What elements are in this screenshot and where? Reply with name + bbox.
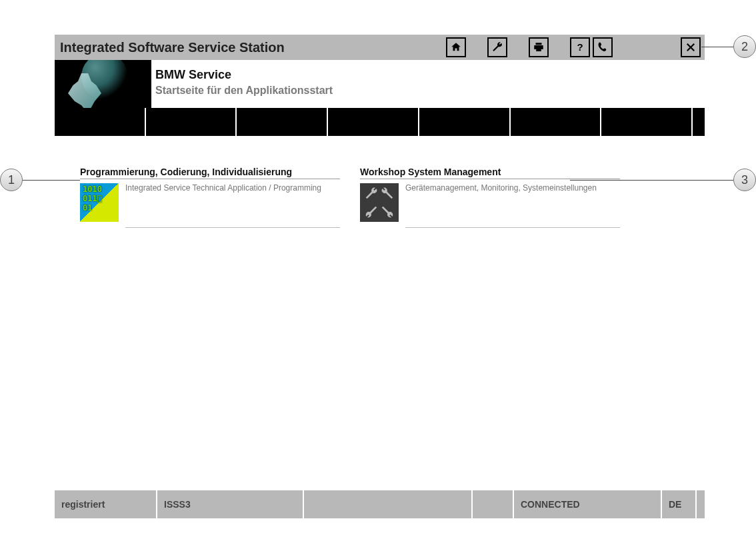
tab-cell[interactable] [419,108,509,136]
sub-header: BMW Service Startseite für den Applikati… [55,60,705,108]
close-button[interactable] [681,37,701,57]
print-button[interactable] [529,37,549,57]
brand-logo [55,60,151,108]
app-title: Integrated Software Service Station [60,40,446,55]
app-window: Integrated Software Service Station ? [55,35,705,228]
tab-row [55,108,705,136]
status-lang: DE [662,490,695,518]
tab-cell[interactable] [237,108,327,136]
phone-button[interactable] [593,37,613,57]
wrench-icon [491,41,503,53]
tile-title: Programmierung, Codierung, Individualisi… [80,167,340,179]
toolbar: ? [446,37,701,57]
svg-text:?: ? [577,41,583,53]
tab-cell[interactable] [328,108,418,136]
tab-cell[interactable] [146,108,236,136]
divider [405,227,620,228]
callout-line [23,180,80,181]
callout-circle: 2 [733,35,756,58]
home-icon [450,41,462,53]
printer-icon [533,41,545,53]
help-icon: ? [574,41,586,53]
status-registration: registriert [55,490,156,518]
status-empty [473,490,513,518]
close-icon [685,41,697,53]
binary-code-icon [80,183,119,222]
callout-circle: 1 [0,169,23,191]
tab-cell[interactable] [601,108,691,136]
service-subtitle: Startseite für den Applikationsstart [155,85,333,97]
status-empty [697,490,705,518]
tile-programming[interactable]: Programmierung, Codierung, Individualisi… [80,167,340,228]
phone-icon [597,41,609,53]
callout-3: 3 [570,169,756,191]
tab-cell[interactable] [511,108,601,136]
callout-1: 1 [0,169,80,191]
divider [125,227,340,228]
callout-2: 2 [701,35,756,58]
help-button[interactable]: ? [570,37,590,57]
tab-cell[interactable] [55,108,145,136]
status-empty [304,490,471,518]
tools-button[interactable] [487,37,507,57]
tile-desc: Integrated Service Technical Application… [125,183,340,194]
callout-line [701,47,733,47]
callout-line [570,180,733,181]
status-bar: registriert ISSS3 CONNECTED DE [55,490,705,518]
title-bar: Integrated Software Service Station ? [55,35,705,60]
service-title: BMW Service [155,68,333,82]
status-station: ISSS3 [157,490,303,518]
callout-circle: 3 [733,169,756,191]
tools-grid-icon [360,183,399,222]
home-button[interactable] [446,37,466,57]
tab-cell [693,108,705,136]
status-connection: CONNECTED [514,490,661,518]
